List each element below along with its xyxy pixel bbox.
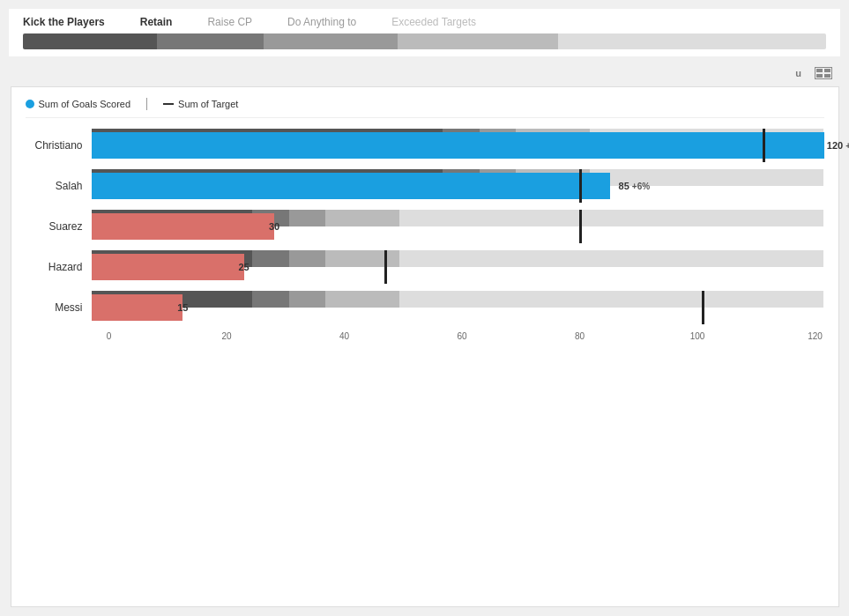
player-row-christiano: Christiano120+9% [26,129,824,162]
svg-rect-2 [816,74,823,78]
filter-seg-3[interactable] [264,33,398,49]
bar-track: 120+9% [92,129,824,162]
player-label: Suarez [26,220,92,233]
target-line [384,250,387,284]
player-label: Christiano [26,139,92,152]
target-line [579,210,582,243]
player-label: Salah [26,180,92,192]
x-axis-tick: 100 [689,331,706,341]
target-line [579,169,582,203]
player-row-hazard: Hazard25 [26,250,824,284]
svg-rect-0 [816,69,823,72]
bar-value-label: 15 [177,302,188,313]
legend-target: Sum of Target [163,99,238,109]
filter-seg-4[interactable] [398,33,558,49]
bar-track: 30 [92,210,824,243]
legend-goals-dot [26,100,34,108]
x-axis-tick: 0 [101,331,118,341]
expand-icon[interactable]: u [790,67,808,79]
x-axis-tick: 80 [571,331,589,341]
bar-value-label: 30 [269,221,279,232]
main-bar: 120+9% [92,132,824,159]
bar-value-label: 25 [238,262,249,272]
legend-goals: Sum of Goals Scored [26,99,131,109]
player-row-messi: Messi15 [26,291,824,324]
x-axis-tick: 120 [807,331,824,341]
filter-bar-track[interactable] [23,33,826,49]
filter-label-do[interactable]: Do Anything to [287,16,356,28]
x-axis-tick: 20 [218,331,235,341]
bar-track: 85+6% [92,169,824,203]
x-axis: 020406080100120 [101,331,824,341]
bar-value-label: 85+6% [619,181,651,191]
legend-target-label: Sum of Target [178,99,238,109]
bar-track: 25 [92,250,824,284]
svg-rect-3 [824,74,830,78]
filter-seg-5[interactable] [558,33,826,49]
filter-label-raise[interactable]: Raise CP [207,16,252,28]
filter-labels: Kick the Players Retain Raise CP Do Anyt… [23,16,826,28]
main-bar: 25 [92,254,244,280]
filter-label-exceeded[interactable]: Exceeded Targets [391,16,476,28]
player-label: Hazard [26,261,92,273]
legend-goals-label: Sum of Goals Scored [39,99,131,109]
player-row-suarez: Suarez30 [26,210,824,243]
svg-rect-1 [824,69,830,72]
player-row-salah: Salah85+6% [26,169,824,203]
legend-sep [146,98,147,110]
filter-seg-1[interactable] [23,33,157,49]
chart-container: Sum of Goals Scored Sum of Target Christ… [11,86,839,607]
x-axis-tick: 40 [336,331,354,341]
chart-area: Christiano120+9%Salah85+6%Suarez30Hazard… [26,129,824,326]
target-line [763,129,765,162]
filter-label-kick[interactable]: Kick the Players [23,16,105,28]
toolbar: u [11,63,839,83]
main-bar: 85+6% [92,173,611,199]
bar-track: 15 [92,291,824,324]
filter-bar: Kick the Players Retain Raise CP Do Anyt… [9,9,840,56]
filter-label-retain[interactable]: Retain [140,16,173,28]
main-bar: 30 [92,213,275,240]
layout-icon[interactable] [815,67,832,79]
legend-target-line [163,103,174,105]
bar-value-label: 120+9% [827,140,849,151]
filter-seg-2[interactable] [157,33,264,49]
main-bar: 15 [92,294,183,321]
target-line [702,291,704,324]
x-axis-tick: 60 [453,331,471,341]
chart-legend: Sum of Goals Scored Sum of Target [26,98,824,118]
player-label: Messi [26,301,92,314]
